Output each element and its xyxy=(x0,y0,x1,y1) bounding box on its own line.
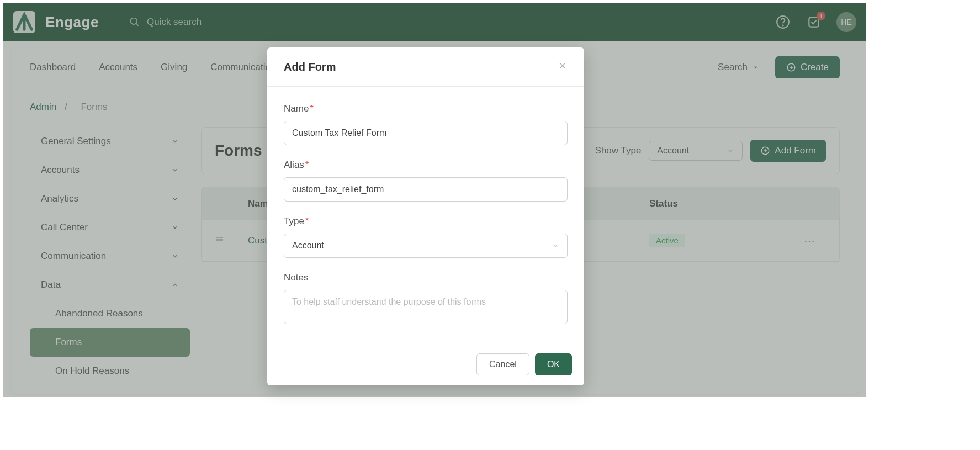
notes-textarea[interactable] xyxy=(284,290,568,324)
type-label: Type* xyxy=(284,216,568,227)
alias-label: Alias* xyxy=(284,160,568,171)
chevron-down-icon xyxy=(552,242,559,250)
notes-label: Notes xyxy=(284,272,568,283)
modal-title: Add Form xyxy=(284,61,336,73)
cancel-button[interactable]: Cancel xyxy=(476,353,529,375)
modal-close-button[interactable] xyxy=(558,60,568,74)
type-select[interactable]: Account xyxy=(284,234,568,258)
ok-button[interactable]: OK xyxy=(535,353,572,375)
alias-input[interactable] xyxy=(284,177,568,202)
name-input[interactable] xyxy=(284,121,568,145)
add-form-modal: Add Form Name* Alias* Type* Account Note… xyxy=(267,47,584,385)
type-value: Account xyxy=(292,241,324,251)
name-label: Name* xyxy=(284,103,568,114)
close-icon xyxy=(558,61,568,71)
